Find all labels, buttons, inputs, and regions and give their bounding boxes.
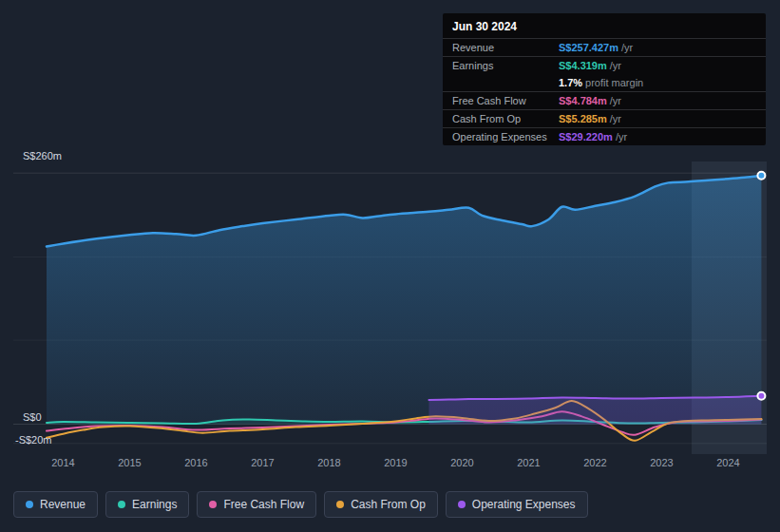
x-axis-tick-2019: 2019: [384, 457, 407, 468]
end-dot-operating-expenses: [757, 392, 765, 400]
legend-item-cash-from-op[interactable]: Cash From Op: [324, 491, 438, 518]
tooltip-row-operating-expenses: Operating Expenses S$29.220m/yr: [443, 128, 766, 145]
tooltip-value-operating-expenses: S$29.220m: [559, 131, 613, 142]
end-dot-revenue: [757, 172, 765, 180]
chart-panel: S$260m S$0 -S$20m 2014201520162017201820…: [0, 0, 780, 532]
tooltip-date: Jun 30 2024: [443, 13, 766, 39]
free-cash-flow-legend-dot: [209, 501, 217, 508]
tooltip-value-earnings: S$4.319m: [559, 60, 607, 71]
operating-expenses-legend-dot: [458, 501, 466, 508]
tooltip-value-profit-margin: 1.7%: [559, 77, 582, 88]
legend-item-revenue[interactable]: Revenue: [13, 491, 98, 518]
tooltip: Jun 30 2024 Revenue S$257.427m/yr Earnin…: [443, 13, 766, 145]
x-axis-tick-2014: 2014: [51, 457, 74, 468]
x-axis-tick-2020: 2020: [450, 457, 473, 468]
tooltip-unit-free-cash-flow: /yr: [610, 95, 621, 106]
tooltip-label-operating-expenses: Operating Expenses: [452, 131, 559, 142]
cash-from-op-legend-dot: [336, 501, 344, 508]
tooltip-value-free-cash-flow: S$4.784m: [559, 95, 607, 106]
x-axis-tick-2017: 2017: [251, 457, 274, 468]
earnings-legend-dot: [118, 501, 125, 508]
tooltip-label-revenue: Revenue: [452, 42, 559, 53]
tooltip-unit-earnings: /yr: [610, 60, 621, 71]
x-axis: 2014201520162017201820192020202120222023…: [0, 457, 780, 472]
tooltip-label-free-cash-flow: Free Cash Flow: [452, 95, 559, 106]
y-axis-label-0: S$0: [23, 411, 42, 423]
x-axis-tick-2022: 2022: [583, 457, 606, 468]
x-axis-tick-2023: 2023: [650, 457, 673, 468]
legend-item-label: Free Cash Flow: [223, 498, 304, 511]
x-axis-tick-2016: 2016: [184, 457, 207, 468]
tooltip-value-cash-from-op: S$5.285m: [559, 113, 607, 124]
tooltip-unit-profit-margin: profit margin: [585, 77, 643, 88]
tooltip-label-earnings: Earnings: [452, 60, 559, 71]
tooltip-row-profit-margin: 1.7%profit margin: [443, 74, 766, 92]
legend-item-label: Cash From Op: [351, 498, 426, 511]
legend-item-label: Earnings: [132, 498, 177, 511]
legend: RevenueEarningsFree Cash FlowCash From O…: [13, 491, 588, 518]
legend-item-free-cash-flow[interactable]: Free Cash Flow: [197, 491, 316, 518]
x-axis-tick-2018: 2018: [317, 457, 340, 468]
tooltip-label-cash-from-op: Cash From Op: [452, 113, 559, 124]
x-axis-tick-2015: 2015: [118, 457, 141, 468]
x-axis-tick-2024: 2024: [716, 457, 739, 468]
legend-item-operating-expenses[interactable]: Operating Expenses: [446, 491, 588, 518]
y-axis-label-260m: S$260m: [23, 150, 62, 162]
tooltip-row-revenue: Revenue S$257.427m/yr: [443, 39, 766, 57]
tooltip-row-earnings: Earnings S$4.319m/yr: [443, 57, 766, 74]
series-area-operating-expenses: [428, 396, 761, 425]
tooltip-row-cash-from-op: Cash From Op S$5.285m/yr: [443, 110, 766, 128]
tooltip-unit-cash-from-op: /yr: [610, 113, 621, 124]
legend-item-label: Operating Expenses: [472, 498, 576, 511]
revenue-legend-dot: [26, 501, 33, 508]
tooltip-unit-operating-expenses: /yr: [616, 131, 627, 142]
y-axis-label-neg20m: -S$20m: [15, 434, 52, 446]
tooltip-value-revenue: S$257.427m: [559, 42, 618, 53]
legend-item-earnings[interactable]: Earnings: [105, 491, 189, 518]
tooltip-row-free-cash-flow: Free Cash Flow S$4.784m/yr: [443, 92, 766, 110]
x-axis-tick-2021: 2021: [517, 457, 540, 468]
tooltip-unit-revenue: /yr: [621, 42, 633, 53]
legend-item-label: Revenue: [40, 498, 86, 511]
